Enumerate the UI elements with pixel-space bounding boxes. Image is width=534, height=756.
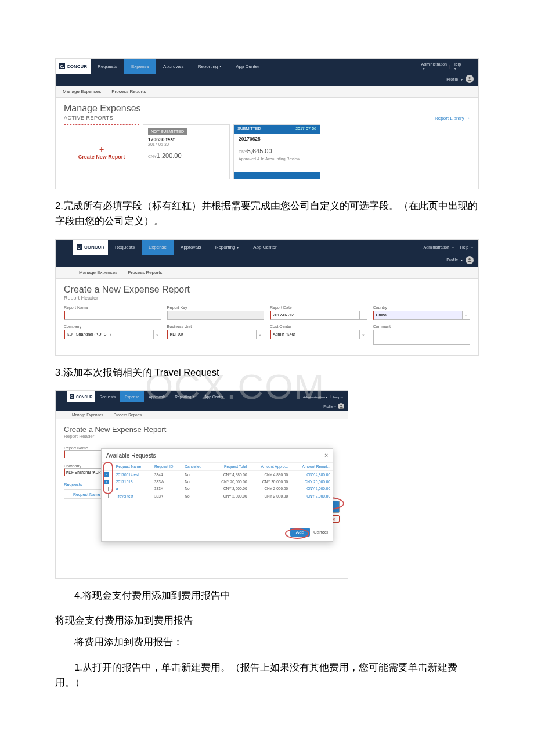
nav-administration[interactable]: Administration ▾	[303, 395, 328, 399]
nav-expense[interactable]: Expense	[120, 391, 144, 402]
sub-nav: Manage Expenses Process Reports	[56, 411, 348, 419]
company-field: Company ⌄	[64, 325, 161, 345]
instruction-2: 2.完成所有必填字段（标有红杠）并根据需要完成由您公司自定义的可选字段。（在此页…	[55, 198, 479, 229]
nav-help[interactable]: Help ▼	[460, 245, 474, 249]
report-date-input[interactable]	[270, 311, 360, 320]
chevron-down-icon[interactable]: ⌄	[257, 330, 264, 339]
nav-approvals[interactable]: Approvals	[144, 391, 170, 402]
cost-center-select[interactable]	[270, 330, 360, 339]
business-unit-field: Business Unit ⌄	[167, 325, 265, 345]
available-requests-modal: Available Requests × Request NameRequest…	[101, 448, 333, 542]
table-row[interactable]: a333XNo CNY 2,000.00CNY 2,000.00CNY 2,00…	[102, 485, 333, 492]
checkbox[interactable]	[104, 494, 109, 498]
subnav-manage-expenses[interactable]: Manage Expenses	[79, 270, 117, 275]
report-key-input[interactable]	[167, 311, 265, 320]
active-reports-label: ACTIVE REPORTS	[64, 115, 113, 121]
nav-approvals[interactable]: Approvals	[174, 240, 208, 255]
status-badge: NOT SUBMITTED	[148, 128, 187, 135]
business-unit-select[interactable]	[167, 330, 257, 339]
subnav-process-reports[interactable]: Process Reports	[128, 270, 162, 275]
report-date-field: Report Date ☷	[270, 305, 367, 320]
instruction-3: 3.添加本次报销相关的 Travel Request	[55, 365, 479, 380]
concur-logo[interactable]: C.CONCUR	[73, 240, 108, 255]
report-card-submitted[interactable]: SUBMITTED 2017-07-06 20170628 CNY5,645.0…	[233, 124, 320, 179]
comment-field: Comment	[373, 325, 471, 345]
top-nav: C.CONCUR Requests Expense Approvals Repo…	[56, 59, 478, 74]
requests-table: Request NameRequest IDCancelledRequest T…	[102, 462, 333, 499]
table-row[interactable]: 20170614test3344No CNY 4,880.00CNY 4,880…	[102, 471, 333, 478]
country-field: Country ⌄	[373, 305, 471, 320]
section-heading: 将现金支付费用添加到费用报告	[55, 614, 479, 627]
report-library-link[interactable]: Report Library →	[435, 116, 470, 121]
nav-app-center[interactable]: App Center	[229, 59, 266, 74]
screenshot-available-requests: C.CONCUR Requests Expense Approvals Repo…	[55, 390, 348, 579]
sub-nav: Manage Expenses Process Reports	[56, 267, 478, 279]
create-new-report-card[interactable]: + Create New Report	[64, 124, 139, 179]
report-name-input[interactable]	[64, 311, 161, 320]
section-line-1: 将费用添加到费用报告：	[55, 634, 479, 649]
report-header-label: Report Header	[64, 295, 470, 301]
country-select[interactable]	[373, 311, 463, 320]
table-header[interactable]: Cancelled	[182, 463, 210, 471]
close-icon[interactable]: ×	[324, 452, 328, 459]
modal-cancel-button[interactable]: Cancel	[313, 528, 328, 537]
table-header[interactable]: Request ID	[152, 463, 182, 471]
nav-profile[interactable]: Profile ▼	[446, 77, 463, 81]
modal-title: Available Requests	[106, 452, 156, 459]
svg-point-0	[468, 77, 470, 79]
nav-approvals[interactable]: Approvals	[156, 59, 191, 74]
plus-icon: +	[99, 145, 104, 154]
instruction-4: 4.将现金支付费用添加到费用报告中	[55, 588, 479, 603]
nav-expense[interactable]: Expense	[142, 240, 174, 255]
table-header[interactable]: Amount Appro...	[250, 463, 291, 471]
avatar-icon[interactable]	[466, 256, 474, 264]
subnav-manage-expenses[interactable]: Manage Expenses	[72, 413, 103, 417]
nav-requests[interactable]: Requests	[108, 240, 142, 255]
subnav-process-reports[interactable]: Process Reports	[114, 413, 142, 417]
top-nav: C.CONCUR Requests Expense Approvals Repo…	[56, 240, 478, 255]
nav-help[interactable]: Help ▼	[453, 62, 461, 70]
concur-logo[interactable]: C.CONCUR	[56, 59, 91, 74]
chevron-down-icon[interactable]: ⌄	[154, 330, 161, 339]
page-title: Manage Expenses	[64, 103, 470, 114]
calendar-icon[interactable]: ☷	[360, 311, 367, 320]
nav-expense[interactable]: Expense	[124, 59, 156, 74]
nav-requests[interactable]: Requests	[95, 391, 120, 402]
nav-reporting[interactable]: Reporting▼	[170, 391, 200, 402]
table-header[interactable]: Request Total	[210, 463, 250, 471]
cost-center-field: Cost Center ⌄	[270, 325, 367, 345]
page-title: Create a New Expense Report	[64, 285, 470, 295]
nav-administration[interactable]: Administration ▼	[421, 62, 447, 70]
report-header-label: Report Header	[64, 434, 340, 439]
company-select[interactable]	[64, 330, 154, 339]
table-row[interactable]: Travel test333KNo CNY 2,000.00CNY 2,000.…	[102, 492, 333, 499]
table-header[interactable]: Amount Remai...	[290, 463, 333, 471]
comment-input[interactable]	[373, 330, 471, 345]
table-header[interactable]: Request Name	[114, 463, 152, 471]
avatar-icon[interactable]	[466, 75, 474, 83]
nav-reporting[interactable]: Reporting▼	[208, 240, 247, 255]
chevron-down-icon[interactable]: ⌄	[463, 311, 470, 320]
concur-logo[interactable]: C.CONCUR	[67, 391, 95, 402]
screenshot-create-report: C.CONCUR Requests Expense Approvals Repo…	[55, 239, 479, 356]
chevron-down-icon[interactable]: ⌄	[360, 330, 367, 339]
nav-app-center[interactable]: App Center	[200, 391, 228, 402]
page-title: Create a New Expense Report	[64, 425, 340, 434]
nav-profile[interactable]: Profile ▼	[446, 258, 463, 262]
report-card-not-submitted[interactable]: NOT SUBMITTED 170630 test 2017-06-30 CNY…	[143, 124, 230, 179]
subnav-process-reports[interactable]: Process Reports	[111, 89, 146, 94]
svg-point-2	[340, 404, 342, 406]
report-key-field: Report Key	[167, 305, 265, 320]
nav-profile[interactable]: Profile ▾	[323, 404, 336, 408]
nav-app-center[interactable]: App Center	[246, 240, 283, 255]
subnav-manage-expenses[interactable]: Manage Expenses	[63, 89, 101, 94]
table-row[interactable]: 20171018333WNo CNY 20,000.00CNY 20,000.0…	[102, 478, 333, 485]
sub-nav: Manage Expenses Process Reports	[56, 86, 478, 98]
nav-reporting[interactable]: Reporting▼	[191, 59, 229, 74]
nav-administration[interactable]: Administration ▼	[424, 245, 454, 249]
nav-help[interactable]: Help ▾	[333, 395, 343, 399]
svg-point-1	[468, 258, 470, 260]
nav-requests[interactable]: Requests	[91, 59, 124, 74]
avatar-icon[interactable]	[338, 403, 344, 409]
status-badge: SUBMITTED	[237, 127, 261, 131]
